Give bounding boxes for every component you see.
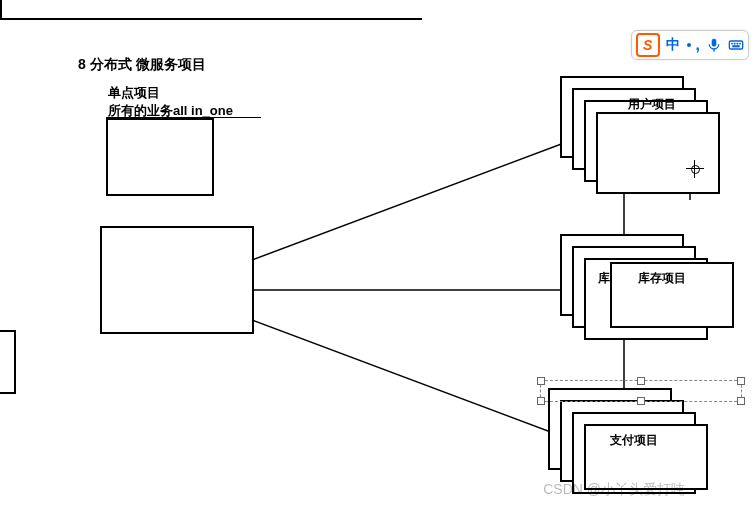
resize-handle-sw[interactable] — [537, 397, 545, 405]
svg-line-0 — [252, 140, 572, 260]
keyboard-icon[interactable] — [728, 37, 744, 53]
payment-cluster-label: 支付项目 — [610, 432, 658, 449]
svg-point-11 — [739, 43, 740, 44]
svg-rect-7 — [729, 41, 742, 49]
cursor-crosshair-icon — [686, 160, 704, 178]
monolith-box-small — [106, 118, 214, 196]
diagram-title: 8 分布式 微服务项目 — [78, 56, 206, 74]
partial-frame-top — [0, 0, 422, 20]
csdn-watermark: CSDN @小丫头爱打吨 — [543, 481, 685, 499]
microphone-icon[interactable] — [706, 37, 722, 53]
monolith-box-large — [100, 226, 254, 334]
partial-frame-left — [0, 330, 16, 394]
monolith-heading: 单点项目 — [108, 84, 160, 102]
resize-handle-se[interactable] — [737, 397, 745, 405]
selection-rectangle[interactable] — [540, 380, 742, 402]
svg-line-2 — [252, 320, 572, 440]
sogou-logo-icon[interactable]: S — [636, 33, 660, 57]
resize-handle-n[interactable] — [637, 377, 645, 385]
ime-punct-toggle[interactable]: , — [686, 36, 700, 54]
resize-handle-ne[interactable] — [737, 377, 745, 385]
svg-point-10 — [737, 43, 738, 44]
resize-handle-nw[interactable] — [537, 377, 545, 385]
ime-toolbar[interactable]: S 中 , — [631, 30, 749, 60]
diagram-canvas: 8 分布式 微服务项目 单点项目 所有的业务all in_one 用户项目 库 … — [0, 0, 755, 509]
svg-point-9 — [734, 43, 735, 44]
svg-rect-12 — [733, 46, 740, 47]
user-cluster-box-1 — [596, 112, 720, 194]
svg-point-8 — [731, 43, 732, 44]
ime-lang-toggle[interactable]: 中 — [666, 36, 680, 54]
inventory-cluster-label: 库存项目 — [638, 270, 686, 287]
inventory-short-label: 库 — [598, 270, 610, 287]
user-cluster-label: 用户项目 — [628, 96, 676, 113]
resize-handle-s[interactable] — [637, 397, 645, 405]
